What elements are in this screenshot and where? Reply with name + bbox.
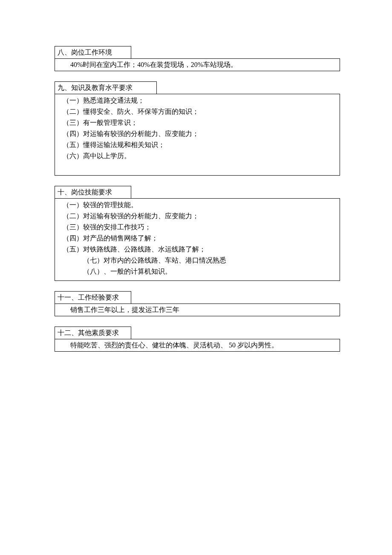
section-9-item-4: （四）对运输有较强的分析能力、应变能力； <box>63 128 337 139</box>
section-10-item-4: （四）对产品的销售网络了解； <box>63 233 337 244</box>
section-9-knowledge-education: 九、知识及教育水平要求 （一）熟悉道路交通法规； （二）懂得安全、防火、环保等方… <box>55 81 340 176</box>
section-10-body: （一）较强的管理技能。 （二）对运输有较强的分析能力、应变能力； （三）较强的安… <box>55 198 340 281</box>
section-10-item-7: （七）对市内的公路线路、车站、港口情况熟悉 <box>63 255 337 266</box>
section-9-body: （一）熟悉道路交通法规； （二）懂得安全、防火、环保等方面的知识； （三）有一般… <box>55 94 340 176</box>
section-9-item-2: （二）懂得安全、防火、环保等方面的知识； <box>63 106 337 117</box>
section-11-work-experience: 十一、工作经验要求 销售工作三年以上，提发运工作三年 <box>55 291 340 316</box>
section-10-item-5: （五）对铁路线路、公路线路、水运线路了解； <box>63 244 337 255</box>
section-9-item-3: （三）有一般管理常识； <box>63 117 337 128</box>
section-9-item-6: （六）高中以上学历。 <box>63 150 337 162</box>
section-9-header: 九、知识及教育水平要求 <box>55 81 157 94</box>
section-11-header: 十一、工作经验要求 <box>55 291 131 304</box>
section-12-body: 特能吃苦、强烈的责任心、健壮的体魄、灵活机动、 50 岁以内男性。 <box>55 339 340 352</box>
section-12-header: 十二、其他素质要求 <box>55 327 131 339</box>
section-9-item-1: （一）熟悉道路交通法规； <box>63 95 337 106</box>
section-9-item-5: （五）懂得运输法规和相关知识； <box>63 139 337 150</box>
section-10-item-1: （一）较强的管理技能。 <box>63 199 337 211</box>
section-8-header: 八、岗位工作环境 <box>55 46 131 59</box>
section-10-item-3: （三）较强的安排工作技巧； <box>63 222 337 233</box>
section-10-skill-requirements: 十、岗位技能要求 （一）较强的管理技能。 （二）对运输有较强的分析能力、应变能力… <box>55 186 340 281</box>
section-10-item-2: （二）对运输有较强的分析能力、应变能力； <box>63 211 337 222</box>
section-12-other-requirements: 十二、其他素质要求 特能吃苦、强烈的责任心、健壮的体魄、灵活机动、 50 岁以内… <box>55 327 340 352</box>
section-8-body: 40%时间在室内工作；40%在装货现场，20%车站现场。 <box>55 58 340 71</box>
section-11-body: 销售工作三年以上，提发运工作三年 <box>55 304 340 316</box>
section-10-header: 十、岗位技能要求 <box>55 186 131 199</box>
section-10-item-8: （八）、一般的计算机知识。 <box>63 266 337 277</box>
section-8-work-environment: 八、岗位工作环境 40%时间在室内工作；40%在装货现场，20%车站现场。 <box>55 46 340 71</box>
